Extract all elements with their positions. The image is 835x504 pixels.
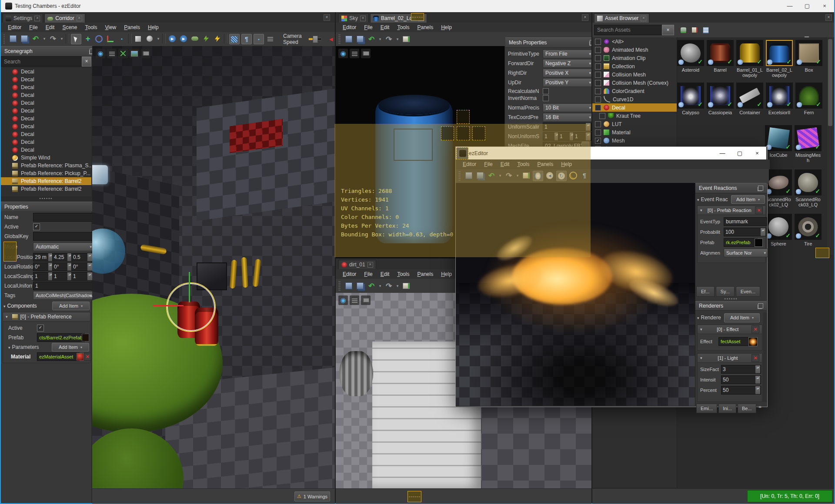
- prefab-reaction-header[interactable]: [0] - Prefab Reaction ×: [698, 206, 765, 215]
- redo-icon[interactable]: [48, 34, 58, 43]
- document-tab[interactable]: Corridor ×: [44, 13, 85, 23]
- scenegraph-item[interactable]: Decal: [1, 138, 91, 146]
- asset-search-input[interactable]: [594, 25, 665, 35]
- asset-item[interactable]: IceCube: [765, 125, 792, 158]
- asset-item[interactable]: Asteroid: [677, 40, 704, 73]
- remove-light-icon[interactable]: ×: [752, 354, 759, 362]
- add-renderer-button[interactable]: Add Item: [724, 313, 760, 322]
- component-active-checkbox[interactable]: ✓: [37, 325, 44, 332]
- asset-item[interactable]: Container: [736, 83, 763, 115]
- panel-tab[interactable]: Ef...: [696, 286, 715, 297]
- menu-item[interactable]: File: [481, 160, 496, 169]
- undo-icon[interactable]: [487, 171, 496, 180]
- invertnormals-checkbox[interactable]: [543, 95, 549, 101]
- menu-item[interactable]: Panels: [120, 23, 144, 32]
- scenegraph-item[interactable]: Decal: [1, 99, 91, 107]
- gizmo-y-axis[interactable]: [189, 272, 190, 302]
- dd-icon[interactable]: [42, 34, 47, 43]
- decal-document-tab[interactable]: dirt_01 ×: [338, 260, 376, 269]
- gamepad-icon[interactable]: [190, 34, 200, 43]
- particle-viewport[interactable]: [456, 183, 695, 406]
- clock-icon[interactable]: [568, 171, 578, 180]
- undo-icon[interactable]: [367, 34, 376, 44]
- scenegraph-item[interactable]: Decal: [1, 146, 91, 154]
- uniform-scale-field[interactable]: 1: [33, 282, 93, 290]
- effect-asset-field[interactable]: fectAsset: [718, 337, 752, 346]
- sep-icon[interactable]: [224, 34, 227, 43]
- nonuniform-z-spinner[interactable]: 1: [573, 132, 591, 141]
- save-icon[interactable]: [344, 281, 354, 291]
- asset-item[interactable]: Barrel_02_Lowpoly: [766, 40, 793, 78]
- undo-icon[interactable]: [31, 34, 40, 43]
- rotate-icon[interactable]: [94, 34, 104, 43]
- scrollbar-thumb[interactable]: [828, 39, 832, 126]
- close-button[interactable]: ×: [748, 147, 766, 159]
- component-header[interactable]: [0] - Prefab Reference: [3, 312, 90, 322]
- asset-type-item[interactable]: Material: [592, 128, 677, 136]
- export-icon[interactable]: [521, 171, 531, 180]
- scenegraph-item[interactable]: Decal: [1, 76, 91, 83]
- menu-item[interactable]: Help: [438, 270, 455, 279]
- sep-icon[interactable]: [66, 34, 69, 43]
- pilcrow-icon[interactable]: [580, 171, 589, 180]
- layers-icon[interactable]: [107, 49, 117, 58]
- reaction-prefab-field[interactable]: rk.ezPrefab: [724, 238, 758, 247]
- mesh-properties-header[interactable]: Mesh Properties: [505, 37, 598, 48]
- menu-item[interactable]: Tools: [81, 23, 100, 32]
- asset-type-item[interactable]: Collision Mesh (Convex): [592, 79, 677, 87]
- forwarddir-dropdown[interactable]: Negative Z: [543, 59, 593, 68]
- type-filter-checkbox[interactable]: [595, 96, 601, 103]
- scenegraph-panel-header[interactable]: Scenegraph: [1, 46, 98, 56]
- menu-item[interactable]: File: [361, 270, 376, 279]
- panel-tab[interactable]: Ini...: [718, 404, 736, 413]
- asset-type-item[interactable]: Animation Clip: [592, 54, 677, 62]
- scale-y-spinner[interactable]: 1: [52, 272, 73, 281]
- asset-type-item[interactable]: Curve1D: [592, 95, 677, 103]
- menu-item[interactable]: Edit: [42, 23, 58, 32]
- dd-icon[interactable]: [378, 281, 382, 291]
- position-y-spinner[interactable]: 4.25: [52, 253, 73, 262]
- dd-icon[interactable]: [378, 34, 382, 44]
- toolbar-grip[interactable]: [338, 34, 341, 44]
- asset-item[interactable]: ScannedRock02_LQ: [765, 169, 792, 207]
- panel-tab[interactable]: Even...: [736, 286, 760, 297]
- add-parameter-button[interactable]: Add Item: [52, 343, 89, 351]
- asset-type-item[interactable]: Kraut Tree: [592, 112, 677, 120]
- asset-type-item[interactable]: LUT: [592, 120, 677, 128]
- sep-icon[interactable]: [162, 34, 166, 43]
- menu-item[interactable]: Edit: [497, 160, 513, 169]
- snap-icon[interactable]: [254, 34, 264, 44]
- position-x-spinner[interactable]: 29 m: [33, 253, 54, 262]
- tab-scroll-icons[interactable]: ◂▸: [758, 405, 762, 409]
- asset-scrollbar[interactable]: [827, 37, 833, 255]
- event-reactions-group-label[interactable]: Event Reac: [697, 196, 728, 202]
- asset-type-item[interactable]: Decal: [592, 103, 677, 112]
- rotation-y-spinner[interactable]: 0°: [52, 262, 73, 271]
- asset-browser-tab[interactable]: Asset Browser ×: [594, 13, 649, 23]
- dd-icon[interactable]: [498, 171, 502, 180]
- type-filter-checkbox[interactable]: [595, 80, 601, 86]
- toolbar-grip[interactable]: [458, 171, 461, 181]
- close-tab-icon[interactable]: ×: [367, 262, 373, 268]
- left-dock-close-icon[interactable]: ×: [324, 14, 330, 21]
- restart-icon[interactable]: [545, 171, 554, 180]
- menu-item[interactable]: Editor: [4, 23, 25, 32]
- scenegraph-item[interactable]: Decal: [1, 91, 91, 99]
- position-z-spinner[interactable]: 0.5: [71, 253, 93, 262]
- save-icon[interactable]: [464, 171, 474, 180]
- asset-item[interactable]: Fern: [795, 83, 822, 115]
- asset-item[interactable]: Sphere: [765, 214, 792, 246]
- scenegraph-item[interactable]: Decal: [1, 115, 91, 123]
- rightdir-dropdown[interactable]: Positive X: [543, 69, 593, 77]
- panel-tab[interactable]: Be...: [738, 404, 756, 413]
- layers-icon[interactable]: [266, 34, 275, 43]
- save-icon[interactable]: [344, 34, 354, 44]
- material-thumbnail[interactable]: [77, 353, 84, 361]
- asset-type-item[interactable]: <All>: [592, 37, 677, 46]
- nonuniform-y-spinner[interactable]: 1: [558, 132, 575, 141]
- close-tab-icon[interactable]: ×: [360, 16, 366, 21]
- probability-spinner[interactable]: 100: [724, 228, 766, 236]
- scenegraph-item[interactable]: Decal: [1, 123, 91, 130]
- menu-item[interactable]: Help: [438, 23, 455, 32]
- screenshot-icon[interactable]: [130, 49, 139, 58]
